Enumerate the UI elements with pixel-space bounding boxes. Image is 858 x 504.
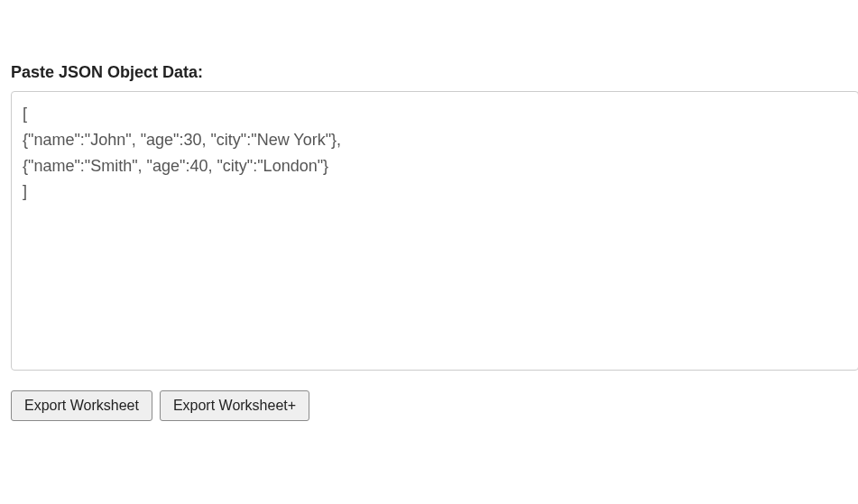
section-heading: Paste JSON Object Data:: [11, 63, 858, 82]
button-row: Export Worksheet Export Worksheet+: [11, 390, 858, 421]
export-worksheet-button[interactable]: Export Worksheet: [11, 390, 152, 421]
json-input[interactable]: [11, 91, 858, 371]
textarea-wrapper: [11, 91, 858, 374]
main-container: Paste JSON Object Data: Export Worksheet…: [0, 0, 858, 421]
export-worksheet-plus-button[interactable]: Export Worksheet+: [160, 390, 309, 421]
